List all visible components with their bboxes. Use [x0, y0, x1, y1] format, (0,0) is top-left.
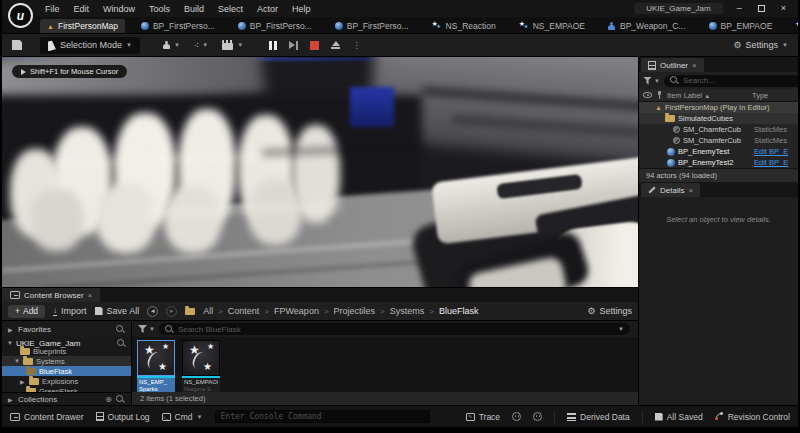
tree-item-explosions[interactable]: ▶ Explosions: [2, 376, 131, 386]
tab-firstpersonmap[interactable]: ▲ FirstPersonMap: [40, 19, 125, 33]
back-button[interactable]: ◄: [147, 306, 158, 317]
close-icon[interactable]: ×: [688, 186, 693, 195]
tab-ns-emp-sparks[interactable]: NS_EMP_Sparks: [788, 19, 798, 33]
search-icon[interactable]: [116, 395, 125, 404]
outliner-list[interactable]: ▲ FirstPersonMap (Play In Editor) Simula…: [639, 102, 798, 168]
eject-button[interactable]: [331, 41, 340, 49]
menu-tools[interactable]: Tools: [142, 4, 177, 14]
outliner-filter-dropdown[interactable]: ▼: [643, 77, 660, 85]
breadcrumb-content[interactable]: Content: [228, 306, 260, 316]
close-icon[interactable]: ×: [692, 61, 697, 70]
maximize-icon[interactable]: [758, 5, 765, 12]
search-icon[interactable]: [117, 339, 126, 348]
asset-tile-ns-emp-sparks[interactable]: ★ ★ ★ NS_EMP_ Sparks: [137, 340, 177, 394]
cmd-dropdown[interactable]: ›_ Cmd ▼: [162, 412, 203, 422]
console-command-input[interactable]: [221, 411, 424, 422]
tree-item-systems[interactable]: ▼ Systems: [2, 356, 131, 366]
outliner-row-level[interactable]: ▲ FirstPersonMap (Play In Editor): [639, 102, 798, 113]
menu-window[interactable]: Window: [96, 4, 142, 14]
content-browser-tab[interactable]: Content Browser ×: [2, 288, 100, 302]
tab-bp-empaoe[interactable]: BP_EMPAOE: [702, 19, 780, 33]
viewport-settings-dropdown[interactable]: ⚙ Settings ▼: [733, 40, 788, 50]
details-icon: [648, 186, 656, 194]
column-type[interactable]: Type: [752, 91, 794, 100]
selection-mode-dropdown[interactable]: Selection Mode ▼: [40, 37, 140, 54]
menu-build[interactable]: Build: [177, 4, 211, 14]
tree-item-blueflask[interactable]: BlueFlask: [2, 366, 131, 376]
favorites-section[interactable]: ▶ Favorites: [2, 321, 132, 337]
outliner-row-folder[interactable]: SimulatedCubes: [639, 113, 798, 124]
cb-settings-dropdown[interactable]: ⚙ Settings: [587, 306, 632, 316]
blurred-pillar: [96, 183, 156, 253]
close-icon[interactable]: ×: [781, 4, 786, 13]
menu-help[interactable]: Help: [285, 4, 318, 14]
console-command-field[interactable]: [215, 410, 430, 423]
tab-bp-firstperson-1[interactable]: BP_FirstPerso...: [134, 19, 222, 33]
minimize-icon[interactable]: –: [737, 4, 742, 13]
edit-blueprint-link[interactable]: Edit BP_E: [754, 147, 796, 156]
save-button[interactable]: [12, 40, 22, 50]
derived-data-button[interactable]: Derived Data: [567, 412, 630, 422]
column-item-label[interactable]: Item Label ▲: [667, 91, 748, 100]
visibility-column-icon[interactable]: [643, 92, 652, 98]
asset-grid[interactable]: ★ ★ ★ NS_EMP_ Sparks: [132, 337, 638, 405]
outliner-row-bp-enemy2[interactable]: BP_EnemyTest2 Edit BP_E: [639, 157, 798, 168]
asset-tile-ns-empaoe[interactable]: ★ ★ ★ NS_EMPAOE Niagara S...: [182, 340, 222, 394]
trace-button[interactable]: ∿ Trace: [466, 412, 500, 422]
tab-bp-weapon[interactable]: BP_Weapon_C...: [601, 19, 693, 33]
pin-column-icon[interactable]: [656, 91, 663, 100]
revision-control-button[interactable]: Revision Control: [715, 412, 790, 422]
asset-search[interactable]: ▼: [159, 323, 630, 335]
import-button[interactable]: ↓ Import: [53, 306, 87, 316]
game-viewport[interactable]: Shift+F1 for Mouse Cursor: [2, 57, 638, 287]
blueprint-icon: [238, 22, 246, 30]
gear-icon: ⚙: [733, 41, 741, 50]
tab-bp-firstperson-2[interactable]: BP_FirstPerso...: [231, 19, 319, 33]
tab-bp-firstperson-3[interactable]: BP_FirstPerso...: [328, 19, 416, 33]
tab-ns-empaoe[interactable]: NS_EMPAOE: [512, 19, 592, 33]
insights-icon[interactable]: [512, 412, 521, 421]
breadcrumb-all[interactable]: All: [203, 306, 213, 316]
breadcrumb-blueflask[interactable]: BlueFlask: [439, 306, 479, 316]
save-all-button[interactable]: Save All: [95, 306, 140, 316]
right-panel: Outliner × ▼ ▼ ⚙ Item: [638, 57, 798, 405]
close-icon[interactable]: ×: [88, 291, 93, 300]
add-collection-icon[interactable]: ⊕: [105, 395, 112, 404]
menu-actor[interactable]: Actor: [250, 4, 285, 14]
forward-button[interactable]: ►: [166, 306, 177, 317]
breadcrumb-projectiles[interactable]: Projectiles: [334, 306, 376, 316]
output-log-button[interactable]: Output Log: [96, 412, 150, 422]
stop-button[interactable]: [310, 41, 319, 50]
breadcrumb-fpweapon[interactable]: FPWeapon: [274, 306, 319, 316]
all-saved-button[interactable]: All Saved: [655, 412, 703, 422]
folder-icon: [20, 348, 30, 355]
asset-search-input[interactable]: [178, 325, 614, 334]
outliner-row-staticmesh[interactable]: SM_ChamferCub StaticMes: [639, 124, 798, 135]
blueprints-dropdown[interactable]: ∙∶ ▼: [194, 41, 208, 50]
details-tab[interactable]: Details ×: [641, 183, 700, 197]
cinematics-dropdown[interactable]: ▼: [222, 40, 243, 50]
frame-skip-button[interactable]: [289, 41, 298, 50]
content-drawer-button[interactable]: Content Drawer: [10, 412, 84, 422]
pause-button[interactable]: [269, 41, 277, 50]
edit-blueprint-link[interactable]: Edit BP_E: [754, 158, 796, 167]
outliner-row-bp-enemy[interactable]: BP_EnemyTest Edit BP_E: [639, 146, 798, 157]
insights-icon[interactable]: [533, 412, 542, 421]
filter-dropdown[interactable]: ▼: [138, 325, 155, 333]
outliner-row-staticmesh[interactable]: SM_ChamferCub StaticMes: [639, 135, 798, 146]
outliner-tab[interactable]: Outliner ×: [641, 58, 704, 72]
unreal-logo-icon[interactable]: u: [8, 3, 33, 28]
play-options-icon[interactable]: ⋮: [352, 40, 361, 50]
collections-section[interactable]: ▶ Collections ⊕: [2, 392, 131, 405]
add-actor-dropdown[interactable]: ▼: [162, 41, 180, 50]
menu-select[interactable]: Select: [211, 4, 250, 14]
menu-edit[interactable]: Edit: [67, 4, 97, 14]
menu-file[interactable]: File: [38, 4, 67, 14]
breadcrumb-systems[interactable]: Systems: [390, 306, 425, 316]
add-button[interactable]: + Add: [8, 305, 45, 318]
search-icon[interactable]: [116, 325, 125, 334]
tab-ns-reaction[interactable]: NS_Reaction: [425, 19, 503, 33]
outliner-search[interactable]: ▼: [664, 75, 798, 87]
tree-item-blueprints[interactable]: Blueprints: [2, 346, 131, 356]
outliner-search-input[interactable]: [683, 76, 793, 85]
